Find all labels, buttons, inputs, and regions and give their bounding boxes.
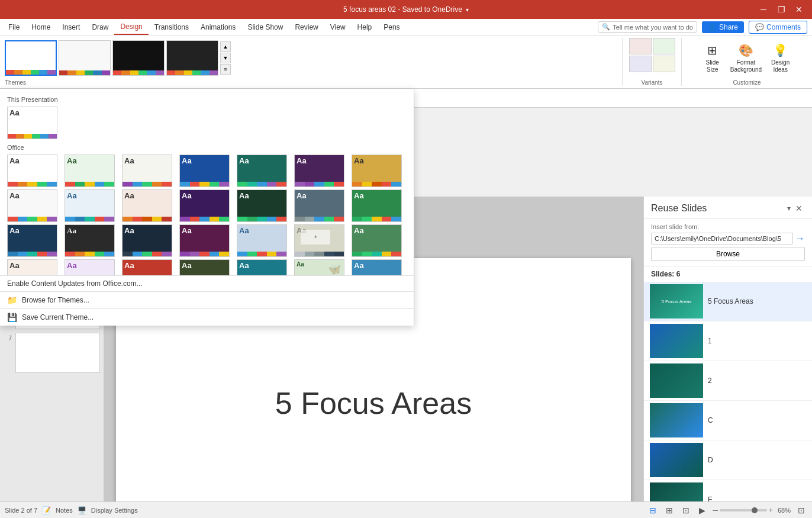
- reuse-slide-thumb-0: 5 Focus Areas: [650, 284, 703, 318]
- reuse-slide-item-0[interactable]: 5 Focus Areas 5 Focus Areas: [644, 282, 812, 321]
- office-theme-18[interactable]: Aa: [179, 224, 230, 257]
- menu-draw[interactable]: Draw: [86, 19, 114, 35]
- reading-view-button[interactable]: ⊡: [680, 504, 692, 516]
- slide-sorter-button[interactable]: ⊞: [663, 504, 675, 516]
- office-theme-9[interactable]: Aa: [65, 189, 115, 222]
- search-bar[interactable]: 🔍 Tell me what you want to do: [598, 21, 697, 33]
- zoom-slider[interactable]: [720, 509, 767, 511]
- menu-design[interactable]: Design: [114, 19, 148, 35]
- menu-insert[interactable]: Insert: [56, 19, 86, 35]
- office-theme-15[interactable]: Aa: [7, 224, 57, 257]
- ribbon-theme-4[interactable]: [166, 40, 218, 76]
- comments-button[interactable]: 💬 Comments: [749, 21, 807, 34]
- office-theme-27[interactable]: Aa 🦋: [294, 259, 344, 275]
- ribbon-theme-1[interactable]: [5, 40, 57, 76]
- office-theme-5[interactable]: Aa: [237, 155, 287, 187]
- office-theme-14[interactable]: Aa: [352, 189, 402, 222]
- office-theme-28[interactable]: Aa: [352, 259, 402, 275]
- ribbon-theme-3[interactable]: [112, 40, 165, 76]
- menu-review[interactable]: Review: [289, 19, 324, 35]
- reuse-panel-header: Reuse Slides ▾ ✕: [644, 197, 812, 218]
- office-theme-13[interactable]: Aa: [294, 189, 344, 222]
- menu-transitions[interactable]: Transitions: [149, 19, 195, 35]
- browse-themes-icon: 📁: [7, 295, 17, 305]
- office-theme-25[interactable]: Aa: [179, 259, 230, 275]
- zoom-control: ─ +: [713, 506, 773, 514]
- reuse-slide-item-4[interactable]: D: [644, 440, 812, 480]
- office-theme-22[interactable]: Aa: [7, 259, 57, 275]
- variant-3[interactable]: [629, 56, 652, 72]
- normal-view-button[interactable]: ⊟: [647, 504, 659, 516]
- office-theme-19[interactable]: Aa: [237, 224, 287, 257]
- zoom-out-icon[interactable]: ─: [713, 506, 718, 514]
- reuse-slide-thumb-2: [650, 363, 703, 398]
- office-theme-6[interactable]: Aa: [294, 155, 344, 187]
- menu-file[interactable]: File: [2, 19, 25, 35]
- office-theme-8[interactable]: Aa: [7, 189, 57, 222]
- office-theme-23[interactable]: Aa: [65, 259, 115, 275]
- theme-panel-inner: This Presentation Aa Office Aa: [0, 89, 414, 275]
- reuse-dropdown-icon[interactable]: ▾: [787, 204, 791, 213]
- office-theme-7[interactable]: Aa: [352, 155, 402, 187]
- menu-pens[interactable]: Pens: [378, 19, 405, 35]
- menu-home[interactable]: Home: [25, 19, 56, 35]
- office-theme-4[interactable]: Aa: [179, 155, 230, 187]
- browse-themes-action[interactable]: 📁 Browse for Themes...: [0, 291, 414, 308]
- ribbon: ▲ ▼ ≡ Themes Variants ⊞ Slid: [0, 36, 812, 89]
- fit-to-window-button[interactable]: ⊡: [795, 504, 807, 516]
- slide-show-button[interactable]: ▶: [697, 504, 708, 516]
- save-theme-action[interactable]: 💾 Save Current Theme...: [0, 308, 414, 326]
- format-background-button[interactable]: 🎨 FormatBackground: [727, 40, 765, 76]
- office-theme-24[interactable]: Aa: [122, 259, 172, 275]
- office-theme-1[interactable]: Aa: [7, 155, 57, 187]
- office-theme-20[interactable]: Aa ✦: [294, 224, 344, 257]
- this-pres-theme-1[interactable]: Aa: [7, 107, 57, 139]
- search-placeholder: Tell me what you want to do: [613, 24, 693, 31]
- restore-button[interactable]: ❐: [773, 1, 790, 18]
- office-theme-12[interactable]: Aa: [237, 189, 287, 222]
- office-theme-2[interactable]: Aa: [65, 155, 115, 187]
- theme-more[interactable]: ≡: [220, 64, 231, 75]
- title-dropdown-icon[interactable]: ▾: [466, 7, 469, 13]
- menu-slideshow[interactable]: Slide Show: [241, 19, 289, 35]
- close-button[interactable]: ✕: [791, 1, 807, 18]
- office-theme-11[interactable]: Aa: [179, 189, 230, 222]
- insert-from-label: Insert slide from:: [651, 223, 805, 230]
- slide-size-button[interactable]: ⊞ SlideSize: [701, 40, 724, 76]
- office-theme-21[interactable]: Aa: [352, 224, 402, 257]
- theme-scroll-up[interactable]: ▲: [220, 41, 231, 52]
- enable-content-updates[interactable]: Enable Content Updates from Office.com..…: [0, 275, 414, 291]
- display-settings-button[interactable]: Display Settings: [91, 507, 138, 514]
- reuse-slide-item-2[interactable]: 2: [644, 361, 812, 401]
- office-theme-10[interactable]: Aa: [122, 189, 172, 222]
- path-arrow-icon[interactable]: →: [795, 233, 805, 244]
- reuse-close-icon[interactable]: ✕: [793, 202, 805, 214]
- variant-2[interactable]: [653, 38, 675, 54]
- office-theme-26[interactable]: Aa: [237, 259, 287, 275]
- ribbon-theme-2[interactable]: [59, 40, 111, 76]
- design-ideas-button[interactable]: 💡 DesignIdeas: [768, 40, 793, 76]
- minimize-button[interactable]: ─: [755, 1, 772, 18]
- reuse-slide-item-1[interactable]: 1: [644, 321, 812, 361]
- zoom-percent[interactable]: 68%: [778, 507, 791, 514]
- share-button[interactable]: 👤 Share: [702, 21, 744, 33]
- path-input[interactable]: [651, 233, 793, 244]
- menu-view[interactable]: View: [324, 19, 352, 35]
- theme-scroll-down[interactable]: ▼: [220, 53, 231, 63]
- menu-help[interactable]: Help: [352, 19, 378, 35]
- reuse-slide-item-3[interactable]: C: [644, 401, 812, 440]
- reuse-slide-label-1: 1: [708, 337, 712, 345]
- slide-thumb-7[interactable]: 7 ·: [4, 333, 100, 373]
- variant-1[interactable]: [629, 38, 652, 54]
- reuse-slide-label-4: D: [708, 456, 713, 464]
- zoom-in-icon[interactable]: +: [769, 506, 773, 514]
- office-theme-3[interactable]: Aa: [122, 155, 172, 187]
- reuse-slides-count: Slides: 6: [644, 266, 812, 282]
- menu-animations[interactable]: Animations: [195, 19, 241, 35]
- notes-button[interactable]: Notes: [56, 507, 73, 514]
- office-theme-16[interactable]: Aa: [65, 224, 115, 257]
- variant-4[interactable]: [653, 56, 675, 72]
- browse-button[interactable]: Browse: [651, 247, 805, 261]
- office-theme-17[interactable]: Aa: [122, 224, 172, 257]
- app-title: 5 focus areas 02 - Saved to OneDrive: [343, 5, 462, 14]
